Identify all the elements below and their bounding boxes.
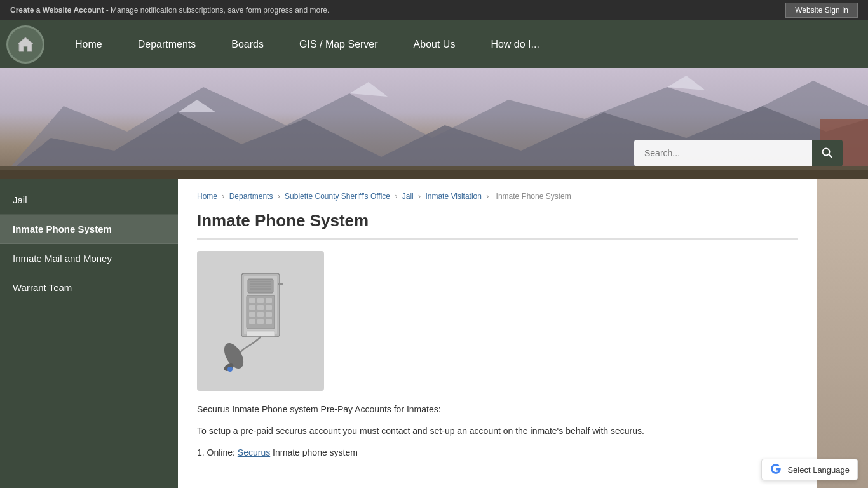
svg-rect-24 bbox=[266, 305, 272, 310]
right-panel-image bbox=[817, 179, 868, 488]
breadcrumb-sep-4: › bbox=[418, 192, 423, 201]
google-icon bbox=[770, 463, 782, 476]
svg-rect-26 bbox=[257, 312, 264, 317]
content-paragraph1: Securus Inmate Phone system Pre-Pay Acco… bbox=[197, 402, 798, 417]
svg-rect-8 bbox=[0, 170, 868, 179]
svg-rect-23 bbox=[257, 305, 264, 310]
sidebar: Jail Inmate Phone System Inmate Mail and… bbox=[0, 179, 178, 488]
nav-home[interactable]: Home bbox=[57, 20, 120, 68]
svg-rect-19 bbox=[249, 298, 255, 303]
securus-link[interactable]: Securus bbox=[238, 447, 270, 458]
breadcrumb-sep-1: › bbox=[222, 192, 226, 201]
phone-illustration bbox=[222, 270, 299, 372]
create-account-text: Create a Website Account - Manage notifi… bbox=[10, 6, 329, 15]
top-bar: Create a Website Account - Manage notifi… bbox=[0, 0, 868, 20]
svg-rect-21 bbox=[266, 298, 272, 303]
select-language-label[interactable]: Select Language bbox=[787, 465, 850, 475]
breadcrumb-home[interactable]: Home bbox=[197, 192, 217, 201]
sidebar-item-jail[interactable]: Jail bbox=[0, 186, 178, 215]
site-logo[interactable] bbox=[6, 25, 44, 64]
svg-rect-20 bbox=[257, 298, 264, 303]
svg-rect-31 bbox=[247, 331, 275, 336]
nav-links: Home Departments Boards GIS / Map Server… bbox=[57, 20, 862, 68]
svg-rect-30 bbox=[266, 319, 272, 324]
svg-line-10 bbox=[829, 155, 832, 158]
breadcrumb-jail[interactable]: Jail bbox=[402, 192, 414, 201]
svg-point-35 bbox=[227, 367, 233, 372]
nav-gis[interactable]: GIS / Map Server bbox=[281, 20, 396, 68]
hero-banner bbox=[0, 68, 868, 179]
search-container bbox=[634, 140, 843, 166]
breadcrumb-sheriffs-office[interactable]: Sublette County Sheriff's Office bbox=[285, 192, 390, 201]
svg-rect-25 bbox=[249, 312, 255, 317]
navigation-bar: Home Departments Boards GIS / Map Server… bbox=[0, 20, 868, 68]
main-content: Home › Departments › Sublette County She… bbox=[178, 179, 817, 488]
breadcrumb-sep-2: › bbox=[278, 192, 282, 201]
svg-rect-13 bbox=[248, 279, 273, 293]
nav-boards[interactable]: Boards bbox=[214, 20, 281, 68]
create-account-suffix: - Manage notification subscriptions, sav… bbox=[106, 6, 330, 15]
home-icon bbox=[16, 35, 35, 54]
svg-rect-28 bbox=[249, 319, 255, 324]
content-paragraph2: To setup a pre-paid securus account you … bbox=[197, 424, 798, 439]
nav-how[interactable]: How do I... bbox=[473, 20, 557, 68]
main-layout: Jail Inmate Phone System Inmate Mail and… bbox=[0, 179, 868, 488]
content-list-item1: 1. Online: Securus Inmate phone system bbox=[197, 445, 798, 461]
nav-about[interactable]: About Us bbox=[396, 20, 473, 68]
breadcrumb-current: Inmate Phone System bbox=[496, 192, 571, 201]
breadcrumb-visitation[interactable]: Inmate Visitation bbox=[425, 192, 482, 201]
create-account-bold: Create a Website Account bbox=[10, 6, 104, 15]
breadcrumb-sep-3: › bbox=[395, 192, 399, 201]
sidebar-item-inmate-mail[interactable]: Inmate Mail and Money bbox=[0, 244, 178, 273]
svg-rect-22 bbox=[249, 305, 255, 310]
nav-departments[interactable]: Departments bbox=[120, 20, 214, 68]
search-input[interactable] bbox=[634, 140, 812, 166]
list-item1-suffix: Inmate phone system bbox=[270, 447, 358, 458]
translate-bar[interactable]: Select Language bbox=[761, 459, 858, 480]
sign-in-button[interactable]: Website Sign In bbox=[785, 3, 858, 18]
breadcrumb-sep-5: › bbox=[486, 192, 491, 201]
svg-rect-29 bbox=[257, 319, 264, 324]
breadcrumb-departments[interactable]: Departments bbox=[229, 192, 273, 201]
breadcrumb: Home › Departments › Sublette County She… bbox=[197, 192, 798, 201]
list-item1-prefix: 1. Online: bbox=[197, 447, 238, 458]
svg-rect-32 bbox=[278, 283, 283, 285]
phone-image bbox=[197, 251, 324, 391]
sidebar-item-inmate-phone[interactable]: Inmate Phone System bbox=[0, 215, 178, 244]
svg-rect-27 bbox=[266, 312, 272, 317]
sidebar-item-warrant[interactable]: Warrant Team bbox=[0, 273, 178, 302]
google-logo-icon bbox=[770, 464, 782, 475]
page-title: Inmate Phone System bbox=[197, 211, 798, 240]
search-icon bbox=[821, 147, 834, 159]
search-button[interactable] bbox=[812, 140, 843, 166]
